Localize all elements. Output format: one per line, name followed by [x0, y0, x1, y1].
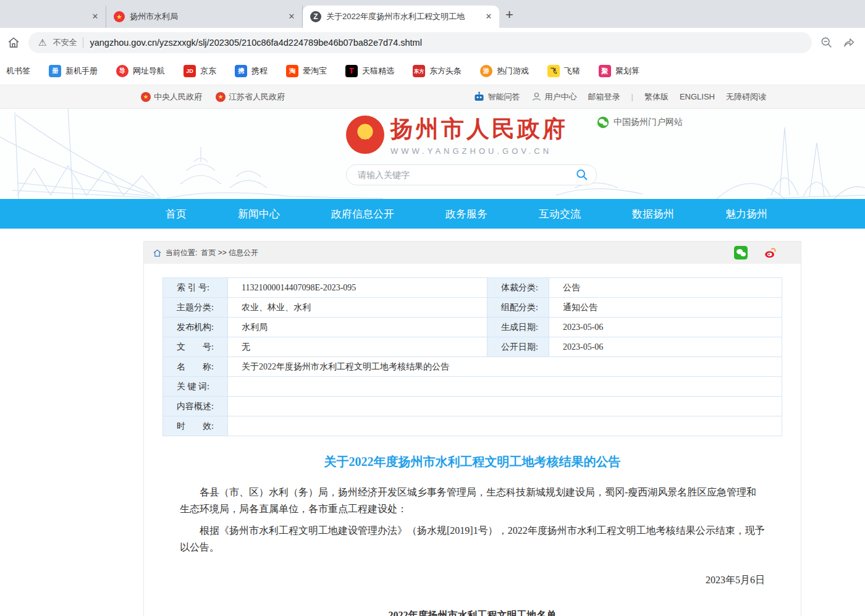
tab-title: 关于2022年度扬州市水利工程文明工地: [326, 11, 478, 22]
link-accessibility[interactable]: 无障碍阅读: [726, 91, 766, 103]
search-icon[interactable]: [575, 168, 589, 182]
bookmark-label: 网址导航: [133, 65, 165, 77]
meta-value: 2023-05-06: [549, 318, 782, 337]
tab-close-icon[interactable]: ✕: [90, 11, 101, 22]
bookmark-jd[interactable]: JD 京东: [184, 65, 216, 77]
bookmark-hot-games[interactable]: 游 热门游戏: [480, 65, 529, 77]
national-emblem-icon: ★: [346, 116, 384, 154]
search-input[interactable]: [358, 170, 575, 180]
nav-charm-yangzhou[interactable]: 魅力扬州: [725, 207, 767, 221]
breadcrumb: 当前位置: 首页 >> 信息公开: [144, 242, 801, 264]
page-body: 当前位置: 首页 >> 信息公开 索 引 号: 1132100001440709…: [0, 229, 865, 616]
bookmark-tmall[interactable]: T 天猫精选: [345, 65, 394, 77]
util-label: 中央人民政府: [154, 91, 202, 103]
weibo-share-icon[interactable]: [764, 246, 777, 259]
meta-value: 农业、林业、水利: [228, 298, 487, 318]
tab-close-icon[interactable]: ✕: [483, 11, 494, 22]
bookmark-dongfang-toutiao[interactable]: 东方 东方头条: [413, 65, 462, 77]
table-row: 内容概述:: [163, 397, 782, 416]
link-user-center[interactable]: 用户中心: [531, 91, 577, 103]
nav-home[interactable]: 首页: [166, 207, 187, 221]
bookmark-label: 天猫精选: [362, 65, 394, 77]
util-label: 智能问答: [488, 91, 520, 103]
site-logo[interactable]: ★ 扬州市人民政府 WWW.YANGZHOU.GOV.CN: [346, 114, 599, 156]
home-icon[interactable]: [6, 35, 21, 50]
bookmark-phone-bookmarks[interactable]: 机书签: [6, 65, 30, 77]
taobao-icon: 淘: [286, 65, 298, 77]
site-search-bar: [346, 164, 597, 185]
tab-active-announcement[interactable]: Z 关于2022年度扬州市水利工程文明工地 ✕: [303, 6, 499, 28]
bookmark-ctrip[interactable]: 携 携程: [235, 65, 268, 77]
url-text[interactable]: yangzhou.gov.cn/yzszxxgk/slj/202305/210c…: [90, 38, 421, 48]
table-row: 索 引 号: 11321000014407098E-2023-095 体裁分类:…: [163, 278, 782, 298]
bookmark-xinji-shouce[interactable]: 册 新机手册: [49, 65, 98, 77]
bookmarks-bar: 机书签 册 新机手册 导 网址导航 JD 京东 携 携程 淘 爱淘宝 T 天猫精…: [0, 57, 865, 85]
bookmark-label: 京东: [200, 65, 216, 77]
security-warning-icon[interactable]: ⚠: [38, 37, 46, 48]
article-paragraph: 各县（市、区）水利（务）局，扬州经济开发区城乡事务管理局，生态科技新城规划建设局…: [180, 484, 765, 517]
meta-label: 组配分类:: [487, 298, 549, 318]
zoom-out-icon[interactable]: [819, 35, 834, 50]
bookmark-juhuasuan[interactable]: 聚 聚划算: [599, 65, 639, 77]
utility-separator: |: [631, 92, 633, 101]
link-mail-login[interactable]: 邮箱登录: [588, 91, 620, 103]
util-label: 邮箱登录: [588, 91, 620, 103]
site-header: ★ 扬州市人民政府 WWW.YANGZHOU.GOV.CN 中国扬州门户网站: [0, 109, 865, 199]
nav-interaction[interactable]: 互动交流: [539, 207, 581, 221]
meta-value: 无: [228, 337, 487, 357]
nav-gov-services[interactable]: 政务服务: [445, 207, 487, 221]
browser-tab-bar: ✕ ★ 扬州市水利局 ✕ Z 关于2022年度扬州市水利工程文明工地 ✕ +: [0, 0, 865, 28]
meta-value: 关于2022年度扬州市水利工程文明工地考核结果的公告: [228, 357, 782, 377]
share-icon[interactable]: [842, 35, 856, 50]
wechat-share-icon[interactable]: [734, 246, 748, 259]
security-label[interactable]: 不安全: [53, 37, 77, 48]
nav-news-center[interactable]: 新闻中心: [238, 207, 280, 221]
util-label: ENGLISH: [680, 92, 715, 101]
article-list-title: 2022年度扬州市水利工程文明工地名单: [180, 609, 765, 616]
meta-label: 文 号:: [163, 337, 228, 357]
meta-value: [228, 416, 782, 436]
meta-value: 2023-05-06: [549, 337, 782, 357]
util-label: 繁体版: [644, 91, 669, 103]
meta-label: 名 称:: [163, 357, 228, 377]
nav-data-yangzhou[interactable]: 数据扬州: [632, 207, 674, 221]
bookmark-aitaobao[interactable]: 淘 爱淘宝: [286, 65, 327, 77]
home-icon[interactable]: [153, 248, 162, 258]
fliggy-pig-icon: 飞: [547, 65, 560, 77]
bookmark-label: 新机手册: [65, 65, 98, 77]
tab-partial[interactable]: ✕: [0, 6, 106, 28]
address-bar[interactable]: ⚠ 不安全 yangzhou.gov.cn/yzszxxgk/slj/20230…: [28, 32, 812, 53]
breadcrumb-prefix: 当前位置:: [166, 248, 197, 258]
browser-toolbar: ⚠ 不安全 yangzhou.gov.cn/yzszxxgk/slj/20230…: [0, 28, 865, 57]
tab-close-icon[interactable]: ✕: [286, 11, 297, 22]
bookmark-wangzhi-daohang[interactable]: 导 网址导航: [116, 65, 165, 77]
meta-label: 生成日期:: [487, 318, 549, 337]
bookmark-feizhu[interactable]: 飞 飞猪: [547, 65, 580, 77]
bookmark-label: 东方头条: [429, 65, 462, 77]
nav-gov-info-disclosure[interactable]: 政府信息公开: [331, 207, 394, 221]
link-traditional-chinese[interactable]: 繁体版: [644, 91, 669, 103]
meta-value: 通知公告: [549, 298, 782, 318]
table-row: 关 键 词:: [163, 377, 782, 397]
tab-shuiliju[interactable]: ★ 扬州市水利局 ✕: [106, 6, 303, 28]
link-smart-qa[interactable]: 智能问答: [473, 91, 520, 103]
portal-link[interactable]: 中国扬州门户网站: [597, 116, 683, 129]
table-row: 发布机构: 水利局 生成日期: 2023-05-06: [163, 318, 782, 337]
content-card: 当前位置: 首页 >> 信息公开 索 引 号: 1132100001440709…: [143, 241, 801, 616]
link-jiangsu-government[interactable]: ★ 江苏省人民政府: [216, 91, 285, 103]
announcement-article: 关于2022年度扬州市水利工程文明工地考核结果的公告 各县（市、区）水利（务）局…: [144, 454, 801, 616]
meta-value: 水利局: [228, 318, 487, 337]
meta-label: 体裁分类:: [487, 278, 549, 298]
bookmark-label: 聚划算: [615, 65, 639, 77]
bookmark-label: 爱淘宝: [303, 65, 327, 77]
gov-emblem-favicon: ★: [114, 11, 125, 22]
new-tab-button[interactable]: +: [505, 7, 513, 23]
link-english[interactable]: ENGLISH: [680, 92, 715, 101]
article-date: 2023年5月6日: [180, 574, 765, 587]
breadcrumb-path[interactable]: 首页 >> 信息公开: [201, 248, 258, 258]
ctrip-icon: 携: [235, 65, 247, 77]
link-central-government[interactable]: ★ 中央人民政府: [141, 91, 202, 103]
meta-value: 公告: [549, 278, 782, 298]
wechat-icon: [597, 116, 609, 129]
bookmark-label: 机书签: [6, 65, 30, 77]
